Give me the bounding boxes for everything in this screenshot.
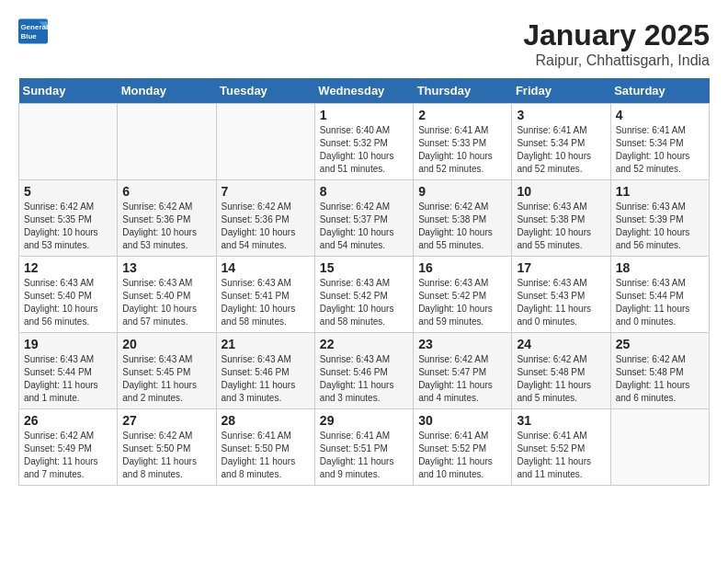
- day-detail: Sunrise: 6:41 AM Sunset: 5:50 PM Dayligh…: [222, 430, 310, 481]
- table-row: 19Sunrise: 6:43 AM Sunset: 5:44 PM Dayli…: [19, 333, 118, 409]
- day-detail: Sunrise: 6:43 AM Sunset: 5:41 PM Dayligh…: [222, 277, 310, 328]
- table-row: 24Sunrise: 6:42 AM Sunset: 5:48 PM Dayli…: [512, 333, 610, 409]
- table-row: 18Sunrise: 6:43 AM Sunset: 5:44 PM Dayli…: [610, 257, 709, 333]
- table-row: [19, 104, 118, 180]
- day-number: 24: [517, 337, 605, 351]
- table-row: 27Sunrise: 6:42 AM Sunset: 5:50 PM Dayli…: [118, 409, 216, 486]
- day-number: 7: [222, 184, 310, 199]
- day-number: 4: [616, 108, 704, 122]
- day-number: 9: [418, 184, 506, 199]
- day-detail: Sunrise: 6:42 AM Sunset: 5:50 PM Dayligh…: [122, 430, 210, 481]
- day-detail: Sunrise: 6:41 AM Sunset: 5:52 PM Dayligh…: [418, 430, 506, 481]
- day-detail: Sunrise: 6:42 AM Sunset: 5:37 PM Dayligh…: [320, 201, 408, 252]
- day-number: 23: [418, 337, 506, 351]
- day-detail: Sunrise: 6:43 AM Sunset: 5:44 PM Dayligh…: [24, 353, 112, 405]
- day-detail: Sunrise: 6:43 AM Sunset: 5:40 PM Dayligh…: [122, 277, 210, 328]
- day-number: 1: [320, 108, 408, 122]
- day-number: 31: [517, 413, 605, 428]
- table-row: 8Sunrise: 6:42 AM Sunset: 5:37 PM Daylig…: [314, 180, 413, 257]
- table-row: 31Sunrise: 6:41 AM Sunset: 5:52 PM Dayli…: [512, 409, 610, 486]
- table-row: 29Sunrise: 6:41 AM Sunset: 5:51 PM Dayli…: [314, 409, 413, 486]
- day-detail: Sunrise: 6:41 AM Sunset: 5:34 PM Dayligh…: [517, 124, 605, 176]
- table-row: 17Sunrise: 6:43 AM Sunset: 5:43 PM Dayli…: [512, 257, 610, 333]
- day-detail: Sunrise: 6:43 AM Sunset: 5:43 PM Dayligh…: [517, 277, 605, 328]
- svg-text:Blue: Blue: [20, 32, 37, 40]
- day-detail: Sunrise: 6:43 AM Sunset: 5:44 PM Dayligh…: [616, 277, 704, 328]
- day-number: 21: [222, 337, 310, 351]
- table-row: 22Sunrise: 6:43 AM Sunset: 5:46 PM Dayli…: [314, 333, 413, 409]
- day-detail: Sunrise: 6:43 AM Sunset: 5:39 PM Dayligh…: [616, 201, 704, 252]
- day-number: 12: [24, 260, 112, 275]
- table-row: 6Sunrise: 6:42 AM Sunset: 5:36 PM Daylig…: [118, 180, 216, 257]
- table-row: 14Sunrise: 6:43 AM Sunset: 5:41 PM Dayli…: [216, 257, 314, 333]
- day-detail: Sunrise: 6:40 AM Sunset: 5:32 PM Dayligh…: [320, 124, 408, 176]
- day-number: 2: [418, 108, 506, 122]
- day-detail: Sunrise: 6:41 AM Sunset: 5:51 PM Dayligh…: [320, 430, 408, 481]
- day-detail: Sunrise: 6:42 AM Sunset: 5:36 PM Dayligh…: [122, 201, 210, 252]
- day-number: 14: [222, 260, 310, 275]
- day-detail: Sunrise: 6:43 AM Sunset: 5:38 PM Dayligh…: [517, 201, 605, 252]
- table-row: 26Sunrise: 6:42 AM Sunset: 5:49 PM Dayli…: [19, 409, 118, 486]
- day-number: 29: [320, 413, 408, 428]
- calendar-week-row: 12Sunrise: 6:43 AM Sunset: 5:40 PM Dayli…: [19, 257, 710, 333]
- calendar-subtitle: Raipur, Chhattisgarh, India: [523, 52, 710, 69]
- table-row: 13Sunrise: 6:43 AM Sunset: 5:40 PM Dayli…: [118, 257, 216, 333]
- table-row: 28Sunrise: 6:41 AM Sunset: 5:50 PM Dayli…: [216, 409, 314, 486]
- calendar-week-row: 5Sunrise: 6:42 AM Sunset: 5:35 PM Daylig…: [19, 180, 710, 257]
- table-row: 15Sunrise: 6:43 AM Sunset: 5:42 PM Dayli…: [314, 257, 413, 333]
- day-detail: Sunrise: 6:41 AM Sunset: 5:34 PM Dayligh…: [616, 124, 704, 176]
- table-row: 20Sunrise: 6:43 AM Sunset: 5:45 PM Dayli…: [118, 333, 216, 409]
- day-detail: Sunrise: 6:43 AM Sunset: 5:42 PM Dayligh…: [418, 277, 506, 328]
- day-number: 27: [122, 413, 210, 428]
- day-number: 11: [616, 184, 704, 199]
- day-number: 28: [222, 413, 310, 428]
- day-detail: Sunrise: 6:42 AM Sunset: 5:38 PM Dayligh…: [418, 201, 506, 252]
- table-row: 11Sunrise: 6:43 AM Sunset: 5:39 PM Dayli…: [610, 180, 709, 257]
- table-row: 21Sunrise: 6:43 AM Sunset: 5:46 PM Dayli…: [216, 333, 314, 409]
- logo: General Blue: [18, 18, 48, 44]
- day-detail: Sunrise: 6:41 AM Sunset: 5:52 PM Dayligh…: [517, 430, 605, 481]
- day-number: 20: [122, 337, 210, 351]
- day-number: 30: [418, 413, 506, 428]
- day-number: 8: [320, 184, 408, 199]
- day-number: 15: [320, 260, 408, 275]
- day-number: 13: [122, 260, 210, 275]
- table-row: 16Sunrise: 6:43 AM Sunset: 5:42 PM Dayli…: [414, 257, 512, 333]
- table-row: 3Sunrise: 6:41 AM Sunset: 5:34 PM Daylig…: [512, 104, 610, 180]
- day-number: 18: [616, 260, 704, 275]
- day-detail: Sunrise: 6:42 AM Sunset: 5:48 PM Dayligh…: [616, 353, 704, 405]
- day-detail: Sunrise: 6:42 AM Sunset: 5:49 PM Dayligh…: [24, 430, 112, 481]
- day-number: 26: [24, 413, 112, 428]
- table-row: 23Sunrise: 6:42 AM Sunset: 5:47 PM Dayli…: [414, 333, 512, 409]
- calendar-week-row: 1Sunrise: 6:40 AM Sunset: 5:32 PM Daylig…: [19, 104, 710, 180]
- day-number: 22: [320, 337, 408, 351]
- day-detail: Sunrise: 6:43 AM Sunset: 5:42 PM Dayligh…: [320, 277, 408, 328]
- day-detail: Sunrise: 6:43 AM Sunset: 5:40 PM Dayligh…: [24, 277, 112, 328]
- calendar-week-row: 19Sunrise: 6:43 AM Sunset: 5:44 PM Dayli…: [19, 333, 710, 409]
- col-monday: Monday: [118, 78, 216, 104]
- day-number: 3: [517, 108, 605, 122]
- day-detail: Sunrise: 6:42 AM Sunset: 5:48 PM Dayligh…: [517, 353, 605, 405]
- table-row: 5Sunrise: 6:42 AM Sunset: 5:35 PM Daylig…: [19, 180, 118, 257]
- day-number: 19: [24, 337, 112, 351]
- day-number: 6: [122, 184, 210, 199]
- day-number: 10: [517, 184, 605, 199]
- svg-text:General: General: [20, 23, 48, 31]
- calendar-week-row: 26Sunrise: 6:42 AM Sunset: 5:49 PM Dayli…: [19, 409, 710, 486]
- table-row: [216, 104, 314, 180]
- calendar-title: January 2025: [523, 18, 710, 52]
- col-tuesday: Tuesday: [216, 78, 314, 104]
- table-row: 25Sunrise: 6:42 AM Sunset: 5:48 PM Dayli…: [610, 333, 709, 409]
- logo-icon: General Blue: [18, 18, 48, 44]
- table-row: 4Sunrise: 6:41 AM Sunset: 5:34 PM Daylig…: [610, 104, 709, 180]
- day-detail: Sunrise: 6:42 AM Sunset: 5:36 PM Dayligh…: [222, 201, 310, 252]
- calendar-table: Sunday Monday Tuesday Wednesday Thursday…: [18, 78, 710, 486]
- day-detail: Sunrise: 6:42 AM Sunset: 5:35 PM Dayligh…: [24, 201, 112, 252]
- table-row: 9Sunrise: 6:42 AM Sunset: 5:38 PM Daylig…: [414, 180, 512, 257]
- table-row: 30Sunrise: 6:41 AM Sunset: 5:52 PM Dayli…: [414, 409, 512, 486]
- col-saturday: Saturday: [610, 78, 709, 104]
- day-detail: Sunrise: 6:41 AM Sunset: 5:33 PM Dayligh…: [418, 124, 506, 176]
- col-thursday: Thursday: [414, 78, 512, 104]
- col-sunday: Sunday: [19, 78, 118, 104]
- table-row: [118, 104, 216, 180]
